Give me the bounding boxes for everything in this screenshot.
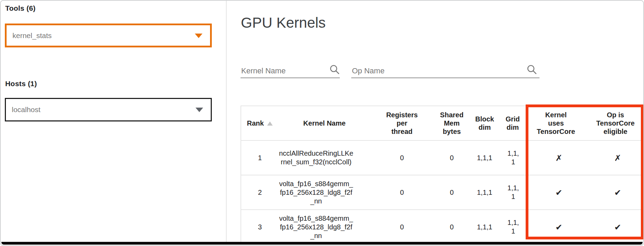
uses-tensorcore-check-icon: ✔ <box>526 175 586 210</box>
grid-dim-cell: 1,1,1 <box>499 175 526 210</box>
shared-mem-cell: 0 <box>434 210 470 244</box>
tools-select[interactable]: kernel_stats <box>5 24 212 47</box>
column-header-registers-per-thread[interactable]: Registers per thread <box>370 106 434 140</box>
block-dim-cell: 1,1,1 <box>470 175 499 210</box>
search-icon <box>526 64 538 75</box>
table-header-row: Rank Kernel Name Registers per thread Sh… <box>241 106 644 140</box>
rank-cell: 3 <box>241 210 279 244</box>
tensorcore-eligible-check-icon: ✔ <box>586 175 644 210</box>
column-header-shared-mem-bytes[interactable]: Shared Mem bytes <box>434 106 470 140</box>
table-row: 2 volta_fp16_s884gemm_fp16_256x128_ldg8_… <box>241 175 644 210</box>
rank-cell: 1 <box>241 140 279 175</box>
chevron-down-icon[interactable] <box>195 34 202 38</box>
tensorcore-eligible-cross-icon: ✗ <box>586 140 644 175</box>
column-header-kernel-uses-tensorcore[interactable]: Kernel uses TensorCore <box>526 106 586 140</box>
grid-dim-cell: 1,1,1 <box>499 140 526 175</box>
registers-cell: 0 <box>370 175 434 210</box>
registers-cell: 0 <box>370 210 434 244</box>
search-icon <box>329 64 341 75</box>
op-name-filter <box>351 57 539 78</box>
column-header-block-dim[interactable]: Block dim <box>470 106 499 140</box>
hosts-select-value: localhost <box>6 106 40 114</box>
tools-select-value: kernel_stats <box>7 31 52 40</box>
block-dim-cell: 1,1,1 <box>470 210 499 244</box>
column-header-grid-dim[interactable]: Grid dim <box>499 106 526 140</box>
rank-cell: 2 <box>241 175 279 210</box>
tensorcore-eligible-check-icon: ✔ <box>586 210 644 244</box>
column-header-kernel-name[interactable]: Kernel Name <box>279 106 370 140</box>
kernel-name-cell: ncclAllReduceRingLLKernel_sum_f32(ncclCo… <box>279 140 370 175</box>
sidebar-divider <box>226 1 227 242</box>
profiler-screen: Tools (6) kernel_stats Hosts (1) localho… <box>0 0 644 246</box>
uses-tensorcore-cross-icon: ✗ <box>526 140 586 175</box>
tools-label: Tools (6) <box>5 4 36 12</box>
table-row: 1 ncclAllReduceRingLLKernel_sum_f32(nccl… <box>241 140 644 175</box>
registers-cell: 0 <box>370 140 434 175</box>
uses-tensorcore-check-icon: ✔ <box>526 210 586 244</box>
grid-dim-cell: 1,1,1 <box>499 210 526 244</box>
kernel-stats-table: Rank Kernel Name Registers per thread Sh… <box>241 106 644 245</box>
chevron-down-icon[interactable] <box>196 108 203 112</box>
hosts-label: Hosts (1) <box>5 80 37 88</box>
hosts-select[interactable]: localhost <box>5 98 212 121</box>
block-dim-cell: 1,1,1 <box>470 140 499 175</box>
kernel-name-cell: volta_fp16_s884gemm_fp16_256x128_ldg8_f2… <box>279 175 370 210</box>
op-name-input[interactable] <box>352 66 502 75</box>
kernel-name-cell: volta_fp16_s884gemm_fp16_256x128_ldg8_f2… <box>279 210 370 244</box>
page-title: GPU Kernels <box>241 15 326 31</box>
column-header-rank[interactable]: Rank <box>241 106 279 140</box>
kernel-name-filter <box>241 57 340 78</box>
column-header-op-is-tensorcore-eligible[interactable]: Op is TensorCore eligible <box>586 106 644 140</box>
sort-ascending-icon <box>267 121 273 126</box>
table-row: 3 volta_fp16_s884gemm_fp16_256x128_ldg8_… <box>241 210 644 244</box>
bottom-bar <box>1 242 643 245</box>
shared-mem-cell: 0 <box>434 175 470 210</box>
kernel-name-input[interactable] <box>241 66 321 75</box>
shared-mem-cell: 0 <box>434 140 470 175</box>
